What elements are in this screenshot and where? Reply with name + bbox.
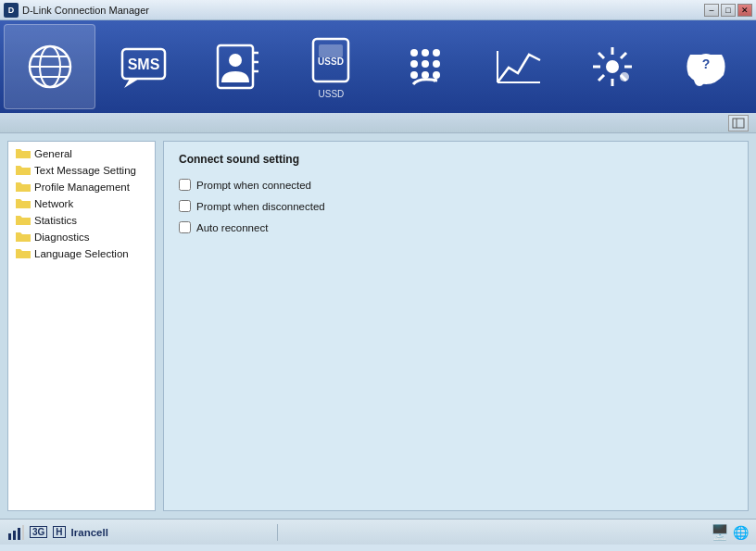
svg-line-35 — [598, 75, 604, 81]
toolbar-help-button[interactable]: ? ? — [661, 24, 752, 109]
minimize-button[interactable]: – — [704, 4, 719, 17]
sidebar-label-general: General — [34, 148, 72, 159]
toolbar-contacts-button[interactable] — [192, 24, 284, 109]
3g-badge: 3G — [30, 526, 47, 538]
network-icon: 🌐 — [733, 525, 749, 540]
dialpad-icon — [400, 42, 450, 92]
sidebar-label-diagnostics: Diagnostics — [34, 232, 89, 243]
svg-rect-15 — [319, 44, 343, 57]
sidebar-item-text-message[interactable]: Text Message Setting — [8, 162, 155, 179]
svg-point-19 — [410, 60, 418, 68]
toolbar-sms-button[interactable]: SMS — [97, 24, 189, 109]
main-toolbar: SMS USSD USSD — [0, 20, 756, 113]
folder-icon — [16, 182, 31, 193]
status-right: 🖥️ 🌐 — [278, 523, 756, 541]
svg-rect-43 — [733, 119, 744, 128]
svg-rect-46 — [13, 531, 16, 540]
title-bar-controls: – □ ✕ — [704, 4, 752, 17]
prompt-connected-row: Prompt when connected — [179, 179, 733, 191]
sms-icon: SMS — [119, 42, 169, 92]
flag-icon: 🖥️ — [711, 523, 729, 541]
svg-point-22 — [410, 71, 418, 79]
svg-point-27 — [606, 60, 619, 73]
svg-line-32 — [598, 53, 604, 58]
ussd-icon: USSD — [306, 35, 356, 85]
folder-icon — [16, 232, 31, 243]
folder-icon — [16, 198, 31, 209]
title-bar-left: D D-Link Connection Manager — [4, 3, 149, 18]
sidebar-label-text-message: Text Message Setting — [34, 165, 136, 176]
ussd-label: USSD — [318, 89, 344, 99]
svg-text:?: ? — [702, 56, 711, 71]
svg-point-16 — [410, 49, 418, 56]
svg-marker-7 — [124, 79, 139, 88]
close-button[interactable]: ✕ — [737, 4, 752, 17]
sidebar-item-diagnostics[interactable]: Diagnostics — [8, 229, 155, 245]
title-bar: D D-Link Connection Manager – □ ✕ — [0, 0, 756, 20]
toolbar-settings-button[interactable] — [567, 24, 659, 109]
icon-bar — [0, 113, 756, 133]
svg-point-42 — [694, 71, 705, 86]
svg-point-36 — [620, 72, 629, 81]
svg-point-21 — [433, 60, 440, 68]
sidebar-item-general[interactable]: General — [8, 145, 155, 162]
prompt-disconnected-label[interactable]: Prompt when disconnected — [196, 201, 325, 212]
sidebar-item-profile[interactable]: Profile Management — [8, 179, 155, 195]
sidebar-label-profile: Profile Management — [34, 182, 130, 193]
signal-icon — [7, 524, 24, 541]
svg-rect-47 — [18, 528, 20, 540]
statistics-icon — [494, 42, 544, 92]
prompt-connected-label[interactable]: Prompt when connected — [196, 180, 311, 191]
svg-point-20 — [422, 60, 429, 68]
sidebar-label-statistics: Statistics — [34, 215, 77, 226]
toolbar-ussd-button[interactable]: USSD USSD — [285, 24, 377, 109]
svg-text:USSD: USSD — [318, 56, 344, 67]
svg-point-9 — [229, 54, 242, 67]
app-logo: D — [4, 3, 19, 18]
folder-icon — [16, 148, 31, 159]
svg-line-34 — [621, 53, 626, 58]
svg-rect-48 — [22, 525, 24, 540]
settings-sidebar: General Text Message Setting Profile Man… — [7, 141, 156, 511]
prompt-connected-checkbox[interactable] — [179, 179, 191, 191]
svg-rect-45 — [8, 533, 11, 540]
prompt-disconnected-checkbox[interactable] — [179, 200, 191, 212]
status-left: 3G H Irancell — [0, 524, 278, 541]
content-area: General Text Message Setting Profile Man… — [0, 133, 756, 519]
globe-icon — [25, 42, 75, 92]
panel-toggle-button[interactable] — [728, 115, 749, 131]
svg-text:SMS: SMS — [128, 56, 160, 72]
toolbar-internet-button[interactable] — [4, 24, 95, 109]
svg-point-24 — [433, 71, 440, 79]
sidebar-item-statistics[interactable]: Statistics — [8, 212, 155, 229]
toolbar-dialpad-button[interactable] — [379, 24, 471, 109]
sidebar-item-language[interactable]: Language Selection — [8, 245, 155, 262]
auto-reconnect-label[interactable]: Auto reconnect — [196, 222, 268, 233]
sidebar-label-network: Network — [34, 198, 73, 209]
auto-reconnect-row: Auto reconnect — [179, 221, 733, 233]
sidebar-item-network[interactable]: Network — [8, 195, 155, 212]
svg-point-18 — [433, 49, 440, 56]
gear-icon — [587, 42, 637, 92]
contacts-icon — [212, 42, 262, 92]
folder-icon — [16, 248, 31, 259]
svg-point-17 — [422, 49, 429, 56]
window-title: D-Link Connection Manager — [22, 5, 149, 16]
svg-point-23 — [422, 71, 429, 79]
help-icon: ? ? — [681, 42, 731, 92]
h-badge: H — [53, 526, 65, 538]
carrier-name: Irancell — [71, 527, 108, 538]
folder-icon — [16, 165, 31, 176]
toolbar-statistics-button[interactable] — [472, 24, 564, 109]
sidebar-label-language: Language Selection — [34, 248, 129, 259]
prompt-disconnected-row: Prompt when disconnected — [179, 200, 733, 212]
folder-icon — [16, 215, 31, 226]
status-bar: 3G H Irancell 🖥️ 🌐 — [0, 519, 756, 545]
section-title: Connect sound setting — [179, 153, 733, 166]
main-settings-panel: Connect sound setting Prompt when connec… — [163, 141, 749, 511]
auto-reconnect-checkbox[interactable] — [179, 221, 191, 233]
maximize-button[interactable]: □ — [721, 4, 736, 17]
